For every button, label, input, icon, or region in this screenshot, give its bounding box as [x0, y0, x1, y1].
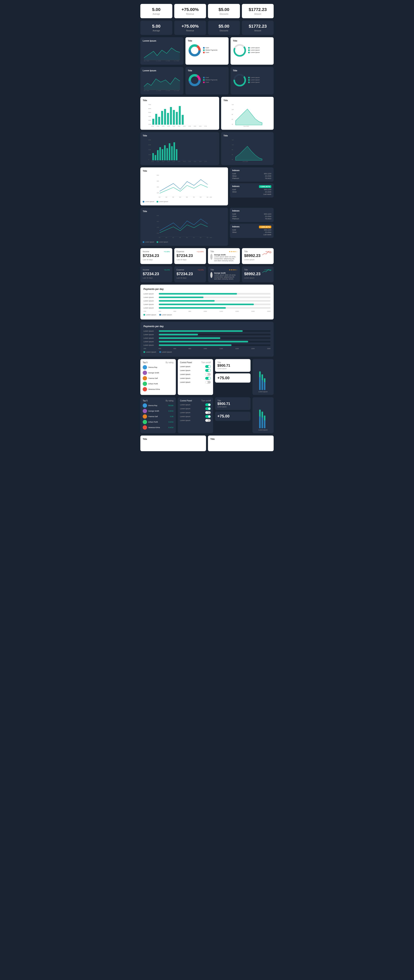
ring-svg [233, 43, 247, 57]
hbar-fill-primary [159, 300, 215, 302]
charts-section-1: Lorem Ipsum May 2020 Jun 2020 Jul 2020 A… [140, 37, 274, 65]
list-item: George Smith 6.5/10 [143, 409, 174, 413]
metric-value: $7234.23 [177, 272, 204, 276]
svg-text:4000: 4000 [157, 180, 159, 182]
donut-legend: Card Mobile Payments Cash [203, 47, 217, 54]
toggle-2[interactable] [205, 369, 211, 372]
svg-text:120: 120 [232, 139, 234, 140]
toggle-8[interactable] [205, 411, 211, 414]
index-value: 23.4344 [265, 215, 271, 217]
toggle-3[interactable] [205, 373, 211, 376]
toggle-10[interactable] [205, 419, 211, 422]
bar-chart-svg-2: 6000 5000 4000 2000 0 12:00 12:00 13 [143, 138, 217, 162]
chart-title: Title [143, 134, 217, 137]
person-name: Vanessa Kirina [148, 388, 172, 390]
svg-text:May 2025: May 2025 [144, 91, 150, 91]
ring-svg-2 [233, 73, 247, 87]
index-label: Gold [232, 213, 236, 215]
legend-2: Lorem Ipsum Lorem Ipsum [143, 241, 226, 243]
svg-text:400: 400 [179, 237, 181, 238]
donut-svg [188, 43, 202, 57]
svg-text:500: 500 [186, 237, 188, 238]
index-row: Silver 23.4346 [232, 175, 271, 177]
metric-label: Income [143, 250, 149, 253]
svg-text:Jul 2025: Jul 2025 [166, 91, 170, 91]
title-value: $900.71 [217, 402, 248, 406]
svg-text:6000: 6000 [148, 139, 151, 140]
svg-text:1000: 1000 [157, 192, 159, 194]
toggle-5[interactable] [205, 381, 211, 383]
svg-rect-29 [155, 114, 157, 125]
control-label: Lorem Ipsum [180, 377, 191, 379]
hbar-legend: Lorem Ipsum Lorem Ipsum [143, 351, 271, 353]
title-value: $900.71 [217, 364, 248, 368]
index-value: 930.1233 [264, 189, 271, 191]
top5-card-2: Top 5 By rating Sienna Ray 76/100 George… [140, 397, 176, 433]
hbar-label: Lorem Ipsum [143, 307, 157, 309]
index-value: 23.4344 [265, 231, 271, 233]
line-indexes-section-1: Title 6000 4000 2000 1000 100 200 300 40… [140, 167, 274, 205]
metric-label: Expense [177, 269, 184, 271]
svg-text:Aug 2025: Aug 2025 [174, 91, 179, 91]
bottom-section-1: Top 5 By rating Sienna Ray George Smith … [140, 359, 274, 395]
person-value: 9.3/10 [169, 421, 174, 423]
stat-card-revenue-2: +75.00% Revenue [174, 21, 206, 35]
metric-section-1: Income +5.00% $7234.23 Last 30 days Expe… [140, 248, 274, 264]
stat-label: Revenue [177, 13, 203, 15]
toggle-1[interactable] [205, 365, 211, 368]
metric-label: Title [210, 269, 214, 271]
hbar-row: Lorem Ipsum [143, 337, 271, 339]
hbar-fill-primary [159, 344, 231, 346]
person-name: George Smith [148, 372, 172, 374]
svg-text:2000: 2000 [157, 186, 159, 188]
control-panel-header: Control Panel Turn on/off [180, 399, 211, 402]
svg-text:200: 200 [166, 237, 167, 238]
chart-title: Title [223, 99, 271, 102]
hbar-label: Lorem Ipsum [143, 334, 157, 336]
index-title: Indexes +1990.067% [232, 185, 271, 188]
toggle-7[interactable] [205, 407, 211, 410]
footer-card-2: Title [208, 436, 274, 451]
index-card-4: Indexes +1880.867% Gold 930.1223 Silver … [230, 224, 274, 238]
hbar-label: Lorem Ipsum [143, 296, 157, 298]
index-row: Gold 930.1233 [232, 189, 271, 191]
person-info: George Smith Lorem ipsum dolor sit amet,… [210, 254, 237, 262]
svg-rect-37 [179, 106, 181, 125]
hbar-row: Lorem Ipsum [143, 293, 271, 295]
stat-label: Amount [245, 13, 271, 15]
stat-card-average-2: 5.00 Average [140, 21, 172, 35]
svg-text:4000: 4000 [157, 221, 159, 222]
svg-rect-34 [170, 107, 172, 125]
area-chart-svg-2: 120 100 80 60 40 June 2025 [223, 138, 271, 162]
toggle-4[interactable] [205, 377, 211, 380]
hbar-label: Lorem Ipsum [143, 300, 157, 302]
control-item: Lorem Ipsum [180, 369, 211, 372]
income-card-2: Income +21.5% $7234.23 Last 30 days [140, 266, 172, 282]
index-value: 78.0023 [265, 218, 271, 220]
svg-text:1000: 1000 [210, 237, 212, 238]
svg-text:700: 700 [193, 237, 195, 238]
svg-text:40: 40 [232, 124, 233, 125]
svg-text:14:00: 14:00 [178, 126, 180, 127]
toggle-6[interactable] [205, 403, 211, 406]
metric-label: Title [244, 269, 248, 271]
svg-rect-64 [152, 153, 154, 160]
hbar-row: Lorem Ipsum [143, 296, 271, 298]
stat-card-average-1: 5.00 Average [140, 4, 172, 18]
control-item: Lorem Ipsum [180, 365, 211, 368]
avatar [143, 425, 147, 430]
index-row: Last week [232, 234, 271, 235]
toggle-9[interactable] [205, 415, 211, 418]
index-card-2: Indexes +1990.067% Gold 930.1233 Silver … [230, 183, 274, 197]
svg-text:12:00: 12:00 [151, 161, 154, 162]
control-item: Lorem Ipsum [180, 415, 211, 418]
person-value: 5.00 [170, 415, 174, 417]
svg-marker-11 [144, 78, 180, 90]
svg-text:6000: 6000 [148, 108, 151, 109]
index-value: Last week [263, 234, 271, 235]
svg-rect-31 [161, 111, 163, 125]
ring-chart-card-1: Title Lorem Ipsum Lorem Ipsum Lorem Ipsu… [231, 37, 274, 65]
vbar-svg [258, 371, 268, 390]
svg-rect-71 [169, 143, 170, 160]
chart-title: Title [143, 170, 226, 172]
